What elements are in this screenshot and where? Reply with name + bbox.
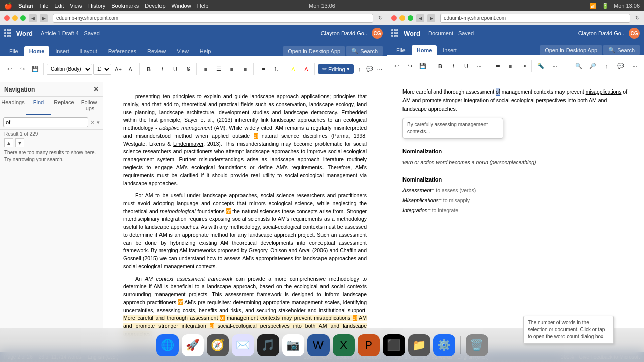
- bold-button[interactable]: B: [143, 63, 155, 75]
- align-center-btn[interactable]: ☰: [213, 63, 225, 75]
- menu-view[interactable]: View: [70, 3, 82, 9]
- apple-icon[interactable]: 🍎: [4, 2, 12, 10]
- search-btn-left[interactable]: 🔍 Search: [346, 46, 383, 56]
- tab-file[interactable]: File: [4, 46, 23, 56]
- right-more-btn[interactable]: ···: [549, 60, 561, 72]
- traffic-lights-left[interactable]: [4, 15, 26, 21]
- dock-finder[interactable]: 🌐: [156, 334, 179, 356]
- minimize-button[interactable]: [12, 15, 18, 21]
- right-bold-btn[interactable]: B: [434, 60, 446, 72]
- right-underline-btn[interactable]: U: [460, 60, 472, 72]
- tab-view[interactable]: View: [172, 46, 194, 56]
- dock-powerpoint[interactable]: P: [358, 334, 380, 356]
- nav-tab-replace[interactable]: Replace: [51, 97, 77, 115]
- open-desktop-btn-right[interactable]: Open in Desktop App: [540, 45, 602, 55]
- tab-insert[interactable]: Insert: [50, 46, 74, 56]
- save-button[interactable]: 💾: [29, 63, 41, 75]
- align-right-btn[interactable]: ≡: [226, 63, 238, 75]
- right-bullets-btn[interactable]: ≔: [491, 60, 503, 72]
- url-bar-right[interactable]: eduumb-my.sharepoint.com: [440, 14, 630, 23]
- forward-button[interactable]: ▶: [40, 14, 48, 22]
- right-tab-file[interactable]: File: [391, 45, 411, 55]
- share-btn[interactable]: ↑: [356, 63, 364, 75]
- dock-mail[interactable]: ✉️: [232, 334, 254, 356]
- right-highlight-btn[interactable]: 🔦: [535, 60, 547, 72]
- menu-bookmarks[interactable]: Bookmarks: [111, 3, 139, 9]
- right-more2-btn[interactable]: ···: [629, 60, 641, 72]
- dock-music[interactable]: 🎵: [257, 334, 279, 356]
- num-list-btn[interactable]: ⒈: [270, 63, 282, 75]
- italic-button[interactable]: I: [156, 63, 168, 75]
- back-button-right[interactable]: ◀: [416, 14, 424, 22]
- tab-home[interactable]: Home: [24, 46, 50, 56]
- dock-terminal[interactable]: ⬛: [383, 334, 405, 356]
- nav-close-btn[interactable]: ✕: [93, 85, 99, 93]
- right-indent-btn[interactable]: ⇥: [517, 60, 529, 72]
- right-comment-btn[interactable]: 💬: [615, 60, 627, 72]
- font-family-select[interactable]: Calibri (Body): [47, 64, 92, 75]
- grid-icon[interactable]: [4, 29, 12, 37]
- justify-btn[interactable]: ≡: [239, 63, 251, 75]
- nav-search-clear-btn[interactable]: ✕: [90, 119, 95, 126]
- back-button[interactable]: ◀: [29, 14, 37, 22]
- url-bar-left[interactable]: eduumb-my.sharepoint.com: [53, 14, 373, 23]
- undo-button[interactable]: ↩: [3, 63, 15, 75]
- right-tab-home[interactable]: Home: [412, 45, 437, 55]
- tab-layout[interactable]: Layout: [75, 46, 102, 56]
- menu-history[interactable]: History: [88, 3, 105, 9]
- nav-prev-btn[interactable]: ▲: [4, 138, 13, 147]
- menu-help[interactable]: Help: [197, 3, 209, 9]
- close-button[interactable]: [4, 15, 10, 21]
- font-color-btn[interactable]: A: [300, 63, 312, 75]
- strikethrough-btn[interactable]: S̶: [182, 63, 194, 75]
- right-doc-content[interactable]: More careful and thorough assessment of …: [387, 77, 644, 352]
- menu-window[interactable]: Window: [172, 3, 191, 9]
- search-btn-right[interactable]: 🔍 Search: [603, 45, 640, 55]
- underline-button[interactable]: U: [169, 63, 181, 75]
- menu-file[interactable]: File: [40, 3, 49, 9]
- increase-font-btn[interactable]: A+: [112, 63, 124, 75]
- right-zoom-out-btn[interactable]: 🔎: [587, 60, 599, 72]
- dock-launchpad[interactable]: 🚀: [182, 334, 204, 356]
- tab-review[interactable]: Review: [142, 46, 171, 56]
- align-left-btn[interactable]: ≡: [200, 63, 212, 75]
- bullet-list-btn[interactable]: ≔: [257, 63, 269, 75]
- menu-develop[interactable]: Develop: [145, 3, 165, 9]
- right-zoom-in-btn[interactable]: 🔍: [573, 60, 585, 72]
- dock-trash[interactable]: 🗑️: [466, 334, 488, 356]
- fullscreen-button-right[interactable]: [408, 15, 413, 21]
- dock-excel[interactable]: X: [333, 334, 355, 356]
- tab-references[interactable]: References: [103, 46, 141, 56]
- right-share-btn[interactable]: ↑: [601, 60, 613, 72]
- grid-icon-right[interactable]: [391, 29, 399, 37]
- decrease-font-btn[interactable]: A-: [125, 63, 137, 75]
- right-save-btn[interactable]: 💾: [417, 60, 429, 72]
- left-doc-content[interactable]: presenting ten principles to explain and…: [103, 82, 387, 352]
- fullscreen-button[interactable]: [20, 15, 26, 21]
- right-tab-insert[interactable]: Insert: [438, 45, 462, 55]
- highlight-btn[interactable]: A: [287, 63, 299, 75]
- menu-safari[interactable]: Safari: [18, 3, 34, 9]
- nav-tab-followups[interactable]: Follow-ups: [77, 97, 103, 115]
- redo-button[interactable]: ↪: [16, 63, 28, 75]
- dock-word[interactable]: W: [307, 334, 330, 356]
- dock-system-prefs[interactable]: ⚙️: [433, 334, 455, 356]
- open-desktop-btn-left[interactable]: Open in Desktop App: [283, 46, 345, 56]
- reload-button-right[interactable]: ↻: [635, 15, 640, 21]
- close-button-right[interactable]: [391, 15, 397, 21]
- font-size-select[interactable]: 11: [93, 64, 111, 75]
- right-redo-btn[interactable]: ↪: [404, 60, 416, 72]
- nav-next-btn[interactable]: ▼: [15, 138, 24, 147]
- right-undo-btn[interactable]: ↩: [390, 60, 403, 72]
- traffic-lights-right[interactable]: [391, 15, 413, 21]
- dock-safari[interactable]: 🧭: [207, 334, 229, 356]
- menu-edit[interactable]: Edit: [54, 3, 64, 9]
- right-italic-btn[interactable]: I: [447, 60, 459, 72]
- minimize-button-right[interactable]: [399, 15, 405, 21]
- dock-finder2[interactable]: 📁: [408, 334, 430, 356]
- comment-btn[interactable]: 💬: [366, 63, 374, 75]
- nav-search-input[interactable]: [3, 117, 88, 127]
- tab-help[interactable]: Help: [195, 46, 216, 56]
- nav-search-dropdown-btn[interactable]: ▾: [97, 119, 100, 126]
- mac-menu[interactable]: 🍎 Safari File Edit View History Bookmark…: [4, 2, 208, 10]
